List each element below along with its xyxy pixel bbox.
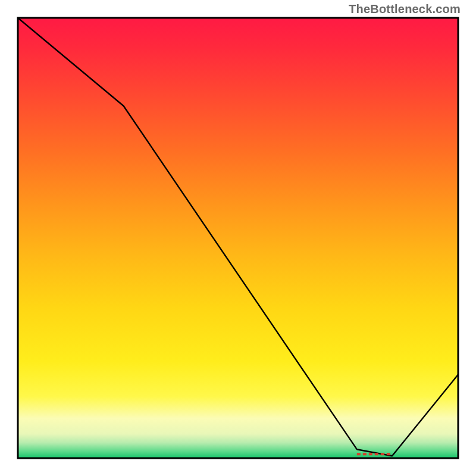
watermark-text: TheBottleneck.com: [349, 2, 461, 16]
chart-container: TheBottleneck.com: [0, 0, 476, 476]
plot-background: [18, 18, 458, 458]
bottleneck-chart: [0, 0, 476, 476]
